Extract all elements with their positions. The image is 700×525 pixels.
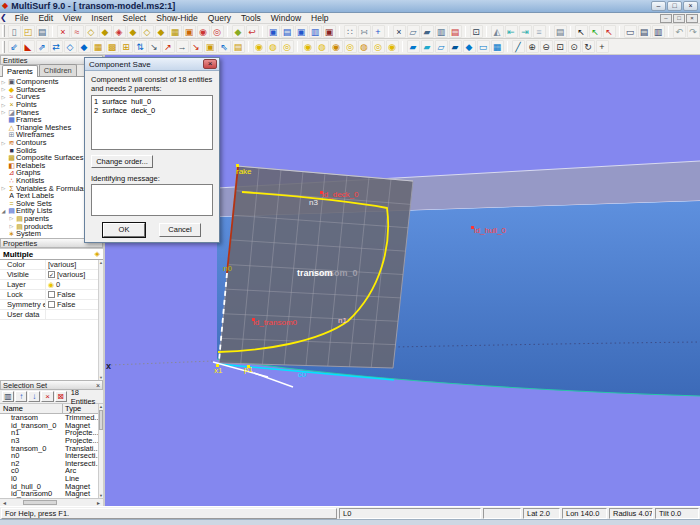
toolbar-button-icon[interactable]: ◎ xyxy=(372,40,385,53)
toolbar-button-icon[interactable]: ⇥ xyxy=(519,25,532,38)
tree-expand-icon[interactable]: ▷ xyxy=(0,79,7,85)
property-value[interactable]: False xyxy=(46,300,103,309)
toolbar-button-icon[interactable]: ◍ xyxy=(316,40,329,53)
toolbar-button-icon[interactable]: ▥ xyxy=(435,25,448,38)
toolbar-button-icon[interactable]: ◉ xyxy=(330,40,343,53)
toolbar-button-icon[interactable]: ⊙ xyxy=(568,40,581,53)
toolbar-button-icon[interactable]: ⇤ xyxy=(505,25,518,38)
toolbar-button-icon[interactable]: ◰ xyxy=(22,25,35,38)
column-name[interactable]: Name xyxy=(0,404,63,413)
tree-expand-icon[interactable]: ▷ xyxy=(0,140,7,146)
toolbar-button-icon[interactable]: ◭ xyxy=(491,25,504,38)
toolbar-button-icon[interactable]: ◍ xyxy=(358,40,371,53)
toolbar-button-icon[interactable]: ▭ xyxy=(624,25,637,38)
maximize-button[interactable]: □ xyxy=(667,1,682,11)
property-value[interactable]: [various] xyxy=(46,260,103,269)
tree-expand-icon[interactable]: ▷ xyxy=(8,223,15,229)
remove-icon[interactable]: × xyxy=(41,391,53,402)
toolbar-grip[interactable] xyxy=(2,25,5,37)
remove-all-icon[interactable]: ⊠ xyxy=(55,391,67,402)
minimize-button[interactable]: – xyxy=(651,1,666,11)
toolbar-button-icon[interactable]: × xyxy=(393,25,406,38)
toolbar-button-icon[interactable]: ↘ xyxy=(190,40,203,53)
menu-select[interactable]: Select xyxy=(118,13,152,24)
toolbar-button-icon[interactable]: ▱ xyxy=(407,25,420,38)
toolbar-button-icon[interactable]: ▰ xyxy=(421,25,434,38)
mdi-close-button[interactable]: × xyxy=(686,14,698,23)
toolbar-button-icon[interactable]: ↗ xyxy=(162,40,175,53)
toolbar-button-icon[interactable]: ▤ xyxy=(36,25,49,38)
dialog-parent-item[interactable]: 2 surface deck_0 xyxy=(94,106,210,115)
toolbar-button-icon[interactable]: ▦ xyxy=(169,25,182,38)
move-up-icon[interactable]: ↑ xyxy=(15,391,27,402)
toolbar-button-icon[interactable]: ▣ xyxy=(295,25,308,38)
toolbar-button-icon[interactable]: ▣ xyxy=(323,25,336,38)
toolbar-button-icon[interactable]: ▤ xyxy=(281,25,294,38)
properties-scrollbar[interactable]: ▲▼ xyxy=(98,260,103,380)
toolbar-button-icon[interactable]: ◆ xyxy=(155,25,168,38)
toolbar-button-icon[interactable]: ◉ xyxy=(302,40,315,53)
dialog-parent-item[interactable]: 1 surface hull_0 xyxy=(94,97,210,106)
toolbar-button-icon[interactable]: ◉ xyxy=(253,40,266,53)
toolbar-button-icon[interactable]: ↷ xyxy=(687,25,700,38)
properties-edit-icon[interactable]: ◈ xyxy=(95,250,100,258)
tree-expand-icon[interactable]: ▷ xyxy=(0,86,7,92)
toolbar-button-icon[interactable]: ≈ xyxy=(71,25,84,38)
selection-hscrollbar[interactable]: ◄► xyxy=(0,498,103,506)
ok-button[interactable]: OK xyxy=(103,223,145,237)
dialog-close-icon[interactable]: × xyxy=(203,59,217,69)
property-value[interactable]: ✓[various] xyxy=(46,270,103,279)
tree-expand-icon[interactable]: ▷ xyxy=(0,94,7,100)
menu-insert[interactable]: Insert xyxy=(86,13,117,24)
toolbar-button-icon[interactable]: ↩ xyxy=(246,25,259,38)
move-down-icon[interactable]: ↓ xyxy=(28,391,40,402)
toolbar-button-icon[interactable]: ↘ xyxy=(148,40,161,53)
toolbar-button-icon[interactable]: ↖ xyxy=(575,25,588,38)
toolbar-button-icon[interactable]: ▣ xyxy=(183,25,196,38)
selection-row-id-transom0[interactable]: id_transom0Magnet xyxy=(0,490,103,498)
menu-show-hide[interactable]: Show-Hide xyxy=(151,13,203,24)
toolbar-button-icon[interactable]: + xyxy=(596,40,609,53)
mdi-restore-button[interactable]: □ xyxy=(673,14,685,23)
tree-expand-icon[interactable]: ▷ xyxy=(0,185,7,191)
toolbar-button-icon[interactable]: ▯ xyxy=(8,25,21,38)
toolbar-button-icon[interactable]: ◆ xyxy=(99,25,112,38)
toolbar-button-icon[interactable]: ▤ xyxy=(449,25,462,38)
tree-expand-icon[interactable]: ◢ xyxy=(0,208,7,214)
toolbar-button-icon[interactable]: ⊖ xyxy=(540,40,553,53)
property-value[interactable]: False xyxy=(46,290,103,299)
menu-edit[interactable]: Edit xyxy=(33,13,58,24)
toolbar-button-icon[interactable]: ▰ xyxy=(407,40,420,53)
toolbar-button-icon[interactable]: ▥ xyxy=(309,25,322,38)
toolbar-button-icon[interactable]: ⇖ xyxy=(218,40,231,53)
checkbox-icon[interactable]: ✓ xyxy=(48,271,55,278)
tree-expand-icon[interactable]: ▷ xyxy=(0,109,7,115)
menu-window[interactable]: Window xyxy=(266,13,306,24)
toolbar-button-icon[interactable]: ◎ xyxy=(281,40,294,53)
toolbar-button-icon[interactable]: ◍ xyxy=(267,40,280,53)
toolbar-button-icon[interactable]: ◉ xyxy=(386,40,399,53)
toolbar-button-icon[interactable]: ◆ xyxy=(232,25,245,38)
close-button[interactable]: × xyxy=(683,1,698,11)
toolbar-button-icon[interactable]: ≡ xyxy=(533,25,546,38)
toolbar-button-icon[interactable]: ▰ xyxy=(421,40,434,53)
toolbar-button-icon[interactable]: ▦ xyxy=(92,40,105,53)
toolbar-button-icon[interactable]: ▰ xyxy=(449,40,462,53)
tab-parents[interactable]: Parents xyxy=(2,65,38,77)
toolbar-button-icon[interactable]: ∺ xyxy=(358,25,371,38)
toolbar-button-icon[interactable]: ⇙ xyxy=(8,40,21,53)
toolbar-button-icon[interactable]: ◆ xyxy=(78,40,91,53)
toolbar-button-icon[interactable]: ▩ xyxy=(106,40,119,53)
toolbar-button-icon[interactable]: ▭ xyxy=(477,40,490,53)
column-type[interactable]: Type xyxy=(63,404,103,413)
toolbar-button-icon[interactable]: ↶ xyxy=(673,25,686,38)
toolbar-button-icon[interactable]: → xyxy=(176,40,189,53)
toolbar-button-icon[interactable]: ◆ xyxy=(127,25,140,38)
menu-query[interactable]: Query xyxy=(203,13,236,24)
toolbar-button-icon[interactable]: ▣ xyxy=(267,25,280,38)
toolbar-button-icon[interactable]: ∷ xyxy=(344,25,357,38)
toolbar-button-icon[interactable]: ◣ xyxy=(22,40,35,53)
property-value[interactable]: ◉0 xyxy=(46,280,103,289)
dialog-title-bar[interactable]: Component Save × xyxy=(85,58,219,71)
toolbar-button-icon[interactable]: ▣ xyxy=(204,40,217,53)
